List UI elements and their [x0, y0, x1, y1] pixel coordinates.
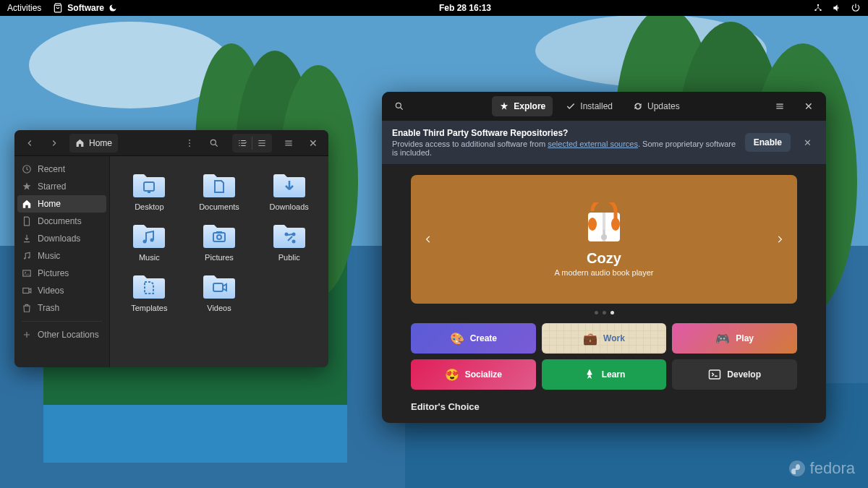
sidebar-item-documents[interactable]: Documents — [14, 213, 109, 230]
svg-point-37 — [396, 103, 401, 108]
sidebar-item-home[interactable]: Home — [17, 195, 106, 213]
heart-eyes-icon: 😍 — [445, 368, 459, 382]
shopping-bag-icon — [53, 3, 63, 13]
hamburger-menu-button[interactable] — [278, 134, 299, 153]
folder-icon — [202, 169, 237, 200]
carousel-prev-button[interactable] — [418, 229, 438, 249]
folder-videos[interactable]: Videos — [187, 270, 252, 312]
folder-icon — [202, 220, 237, 250]
category-learn[interactable]: Learn — [542, 359, 667, 390]
folder-icon — [202, 270, 237, 301]
back-button[interactable] — [19, 134, 41, 153]
svg-rect-27 — [148, 191, 150, 193]
app-indicator[interactable]: Software — [53, 3, 117, 13]
category-play[interactable]: 🎮Play — [672, 323, 797, 354]
category-develop[interactable]: Develop — [672, 359, 797, 390]
video-icon — [22, 286, 32, 296]
fedora-watermark: fedora — [788, 459, 855, 478]
search-button[interactable] — [388, 96, 411, 116]
svg-point-41 — [611, 218, 620, 231]
close-button[interactable]: ✕ — [302, 134, 324, 153]
category-grid: 🎨Create 💼Work 🎮Play 😍Socialize Learn Dev… — [411, 323, 797, 390]
hamburger-menu-button[interactable] — [768, 96, 791, 116]
files-window: Home ✕ Recent Starred Home Documents Dow… — [14, 130, 328, 367]
svg-rect-44 — [710, 370, 720, 379]
home-icon — [22, 199, 32, 209]
svg-point-18 — [189, 145, 190, 147]
icon-view-button[interactable] — [233, 134, 252, 152]
rocket-icon — [583, 368, 596, 381]
clock[interactable]: Feb 28 16:13 — [117, 3, 813, 13]
folder-music[interactable]: Music — [117, 220, 182, 262]
trash-icon — [22, 303, 32, 313]
sidebar-item-pictures[interactable]: Pictures — [14, 265, 109, 282]
tab-explore[interactable]: Explore — [492, 96, 553, 116]
download-icon — [22, 234, 32, 244]
svg-point-33 — [284, 233, 288, 236]
palette-icon: 🎨 — [450, 332, 464, 346]
banner-link[interactable]: selected external sources — [548, 140, 638, 148]
svg-point-19 — [210, 140, 216, 145]
svg-rect-32 — [216, 231, 222, 234]
featured-app-card[interactable]: Cozy A modern audio book player — [411, 175, 797, 304]
picture-icon — [22, 268, 32, 278]
list-view-button[interactable] — [252, 134, 271, 152]
sidebar-item-other-locations[interactable]: Other Locations — [14, 326, 109, 343]
music-icon — [22, 251, 32, 261]
banner-description: Provides access to additional software f… — [392, 140, 736, 157]
banner-close-button[interactable]: ✕ — [799, 134, 816, 151]
folder-icon — [132, 169, 166, 200]
folder-templates[interactable]: Templates — [117, 270, 182, 312]
enable-button[interactable]: Enable — [745, 133, 791, 152]
terminal-icon — [708, 368, 721, 381]
carousel-dots — [411, 311, 797, 314]
sidebar-item-starred[interactable]: Starred — [14, 178, 109, 195]
editors-choice-heading: Editor's Choice — [411, 401, 797, 412]
gamepad-icon: 🎮 — [715, 332, 730, 346]
software-headerbar: Explore Installed Updates ✕ — [382, 92, 826, 121]
sidebar-item-downloads[interactable]: Downloads — [14, 230, 109, 247]
third-party-banner: Enable Third Party Software Repositories… — [382, 121, 826, 165]
search-button[interactable] — [203, 134, 225, 153]
volume-icon — [832, 3, 842, 13]
category-create[interactable]: 🎨Create — [411, 323, 536, 354]
folder-icon — [272, 220, 307, 250]
featured-app-title: Cozy — [587, 250, 621, 267]
sidebar-item-trash[interactable]: Trash — [14, 299, 109, 317]
folder-pictures[interactable]: Pictures — [187, 220, 252, 262]
activities-button[interactable]: Activities — [7, 3, 41, 13]
software-window: Explore Installed Updates ✕ Enable Third… — [382, 92, 826, 423]
svg-rect-5 — [43, 405, 347, 463]
folder-downloads[interactable]: Downloads — [257, 169, 321, 211]
folder-desktop[interactable]: Desktop — [117, 169, 182, 211]
carousel-next-button[interactable] — [770, 229, 790, 249]
clock-icon — [22, 164, 32, 174]
svg-point-28 — [143, 240, 147, 244]
svg-rect-25 — [23, 288, 29, 294]
sidebar-item-videos[interactable]: Videos — [14, 282, 109, 299]
category-socialize[interactable]: 😍Socialize — [411, 359, 536, 390]
folder-public[interactable]: Public — [257, 220, 321, 262]
sidebar-item-music[interactable]: Music — [14, 247, 109, 265]
forward-button[interactable] — [43, 134, 65, 153]
files-sidebar: Recent Starred Home Documents Downloads … — [14, 156, 110, 367]
tab-installed[interactable]: Installed — [558, 96, 620, 116]
plus-icon — [22, 330, 32, 340]
files-grid: Desktop Documents Downloads Music Pictur… — [110, 156, 328, 367]
path-bar[interactable]: Home — [69, 134, 118, 153]
close-button[interactable]: ✕ — [797, 96, 820, 116]
featured-app-subtitle: A modern audio book player — [555, 268, 654, 277]
svg-point-21 — [24, 257, 25, 259]
folder-documents[interactable]: Documents — [187, 169, 252, 211]
view-options-button[interactable] — [179, 134, 200, 153]
svg-rect-43 — [603, 230, 605, 236]
banner-title: Enable Third Party Software Repositories… — [392, 128, 736, 138]
sidebar-item-recent[interactable]: Recent — [14, 160, 109, 178]
system-status-area[interactable] — [813, 3, 861, 13]
svg-point-22 — [28, 257, 30, 258]
category-work[interactable]: 💼Work — [542, 323, 667, 354]
svg-point-40 — [588, 218, 597, 231]
tab-updates[interactable]: Updates — [626, 96, 687, 116]
svg-point-16 — [189, 140, 190, 141]
svg-point-35 — [292, 240, 295, 244]
